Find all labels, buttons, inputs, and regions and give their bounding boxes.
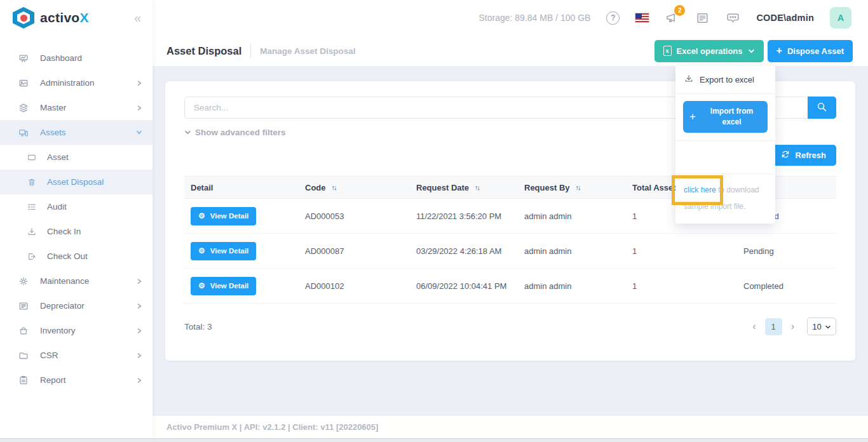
column-header-request-date[interactable]: Request Date↑↓	[410, 183, 518, 192]
report-icon	[18, 375, 29, 386]
gear-icon: ⚙	[198, 282, 205, 290]
sidebar-item-inventory[interactable]: Inventory	[0, 318, 153, 343]
total-count: Total: 3	[184, 322, 212, 332]
page-size-select[interactable]: 10	[807, 318, 836, 335]
search-button[interactable]	[808, 97, 836, 119]
check-out-icon	[27, 251, 37, 262]
sidebar-item-master[interactable]: Master	[0, 95, 153, 120]
cell-request-date: 03/29/2022 4:26:18 AM	[410, 246, 518, 256]
logo-row: activoX «	[0, 0, 153, 36]
sidebar-item-depreciator[interactable]: Depreciator	[0, 293, 153, 318]
dashboard-icon	[18, 53, 29, 64]
chevron-down-icon	[184, 128, 191, 137]
notification-badge: 2	[674, 5, 685, 16]
chevron-down-icon	[825, 322, 831, 332]
import-from-excel-button[interactable]: + Import from excel	[683, 101, 768, 133]
excel-file-icon: x	[663, 46, 672, 56]
activity-log-icon[interactable]	[695, 11, 710, 25]
asset-icon	[27, 152, 37, 163]
sidebar-item-dashboard[interactable]: Dashboard	[0, 46, 153, 70]
click-here-link[interactable]: click here	[684, 185, 716, 194]
download-icon	[684, 74, 694, 86]
page-number-button[interactable]: 1	[765, 318, 782, 335]
cell-code: AD000053	[299, 211, 410, 221]
avatar[interactable]: A	[830, 7, 851, 29]
sidebar-item-asset[interactable]: Asset	[0, 145, 153, 170]
brand-logo-icon	[13, 7, 34, 29]
sidebar-item-assets[interactable]: Assets	[0, 120, 153, 145]
previous-page-button[interactable]: ‹	[750, 321, 758, 332]
refresh-button[interactable]: Refresh	[770, 145, 836, 166]
next-page-button[interactable]: ›	[789, 321, 797, 332]
chevron-right-icon	[137, 80, 142, 86]
master-layers-icon	[18, 102, 29, 114]
cell-request-date: 06/09/2022 10:04:41 PM	[410, 281, 518, 291]
clipboard-icon	[18, 300, 29, 312]
cell-request-by: admin admin	[518, 281, 626, 291]
topbar: Storage: 89.84 MB / 100 GB ? 2 CODE\admi…	[153, 0, 868, 36]
view-detail-button[interactable]: ⚙View Detail	[191, 242, 256, 260]
administration-icon	[18, 77, 29, 89]
cell-status: Completed	[737, 281, 836, 291]
chevron-right-icon	[137, 278, 142, 285]
help-icon[interactable]: ?	[606, 11, 620, 25]
sidebar-item-check-in[interactable]: Check In	[0, 219, 153, 244]
check-in-icon	[27, 226, 37, 238]
sidebar-item-maintenance[interactable]: Maintenance	[0, 269, 153, 293]
horizontal-scrollbar[interactable]	[0, 438, 868, 442]
sidebar-item-check-out[interactable]: Check Out	[0, 244, 153, 269]
table-row: ⚙View Detail AD000087 03/29/2022 4:26:18…	[184, 234, 836, 269]
column-header-detail: Detail	[184, 183, 299, 192]
plus-icon: +	[776, 46, 782, 56]
sidebar-collapse-icon[interactable]: «	[134, 11, 141, 24]
page-subtitle: Manage Asset Disposal	[260, 46, 355, 56]
excel-operations-dropdown: Export to excel + Import from excel clic…	[675, 66, 775, 224]
view-detail-button[interactable]: ⚙View Detail	[191, 207, 256, 225]
chevron-right-icon	[137, 303, 142, 309]
sidebar-nav: Dashboard Administration Master Assets A…	[0, 36, 153, 392]
pagination: ‹ 1 › 10	[750, 318, 836, 335]
sort-icon[interactable]: ↑↓	[475, 184, 479, 191]
show-advanced-filters-toggle[interactable]: Show advanced filters	[184, 128, 286, 137]
excel-operations-button[interactable]: x Excel operations	[654, 40, 764, 62]
cell-code: AD000087	[299, 246, 410, 256]
gear-icon: ⚙	[198, 212, 205, 220]
chevron-down-icon	[748, 46, 755, 56]
sidebar-item-asset-disposal[interactable]: Asset Disposal	[0, 170, 153, 194]
current-user[interactable]: CODE\admin	[756, 13, 814, 23]
gear-icon: ⚙	[198, 247, 205, 255]
sidebar-item-csr[interactable]: CSR	[0, 343, 153, 368]
chevron-down-icon	[136, 130, 142, 135]
page-title: Asset Disposal	[166, 45, 241, 57]
title-divider	[250, 44, 251, 58]
sidebar: activoX « Dashboard Administration Maste…	[0, 0, 153, 438]
chat-icon[interactable]	[726, 11, 740, 25]
dispose-asset-button[interactable]: + Dispose Asset	[768, 40, 853, 62]
notifications-icon[interactable]: 2	[665, 11, 679, 25]
chevron-right-icon	[137, 377, 142, 384]
app-window: activoX « Dashboard Administration Maste…	[0, 0, 868, 442]
gear-icon	[18, 276, 29, 287]
sidebar-item-audit[interactable]: Audit	[0, 194, 153, 219]
table-row: ⚙View Detail AD000102 06/09/2022 10:04:4…	[184, 269, 836, 304]
cell-total-asset: 1	[626, 246, 737, 256]
sort-icon[interactable]: ↑↓	[332, 184, 336, 191]
language-flag-icon[interactable]	[635, 13, 649, 22]
cell-request-date: 11/22/2021 3:56:20 PM	[410, 211, 518, 221]
app-footer: Activo Premium X | API: v2.1.2 | Client:…	[153, 416, 868, 438]
cell-total-asset: 1	[626, 281, 737, 291]
storage-usage: Storage: 89.84 MB / 100 GB	[478, 13, 590, 23]
export-to-excel-item[interactable]: Export to excel	[675, 66, 775, 94]
column-header-request-by[interactable]: Request By↑↓	[518, 183, 626, 192]
view-detail-button[interactable]: ⚙View Detail	[191, 277, 256, 295]
plus-icon: +	[689, 109, 696, 124]
sidebar-item-administration[interactable]: Administration	[0, 70, 153, 95]
brand-name: activoX	[40, 10, 89, 25]
page-header: Asset Disposal Manage Asset Disposal x E…	[153, 36, 868, 66]
import-file-input[interactable]	[675, 141, 775, 174]
sidebar-item-report[interactable]: Report	[0, 368, 153, 392]
cell-status: Pending	[737, 246, 836, 256]
inventory-icon	[18, 325, 29, 337]
column-header-code[interactable]: Code↑↓	[299, 183, 410, 192]
sort-icon[interactable]: ↑↓	[576, 184, 580, 191]
